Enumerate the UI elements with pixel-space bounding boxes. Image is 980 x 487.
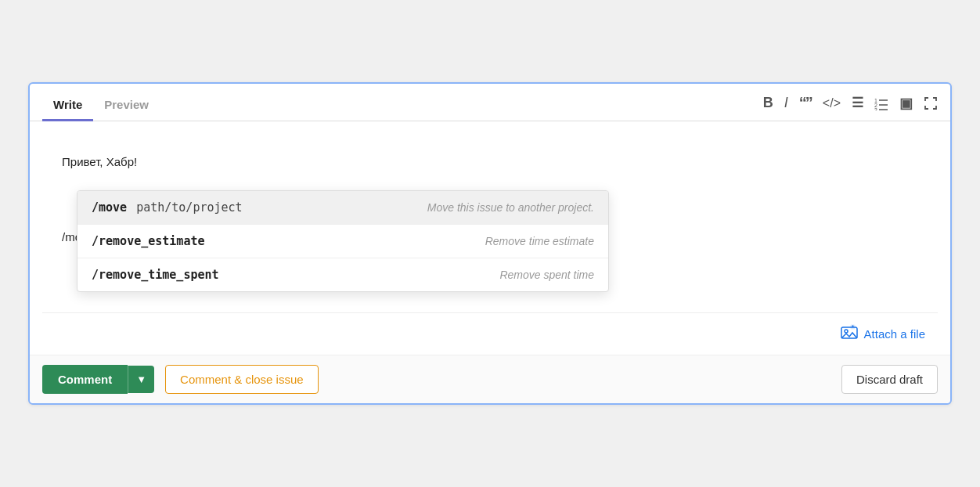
bottom-row: Comment ▼ Comment & close issue Discard …: [30, 355, 950, 403]
tab-preview[interactable]: Preview: [93, 92, 160, 121]
autocomplete-desc-remove-time-spent: Remove spent time: [499, 269, 594, 281]
autocomplete-command-remove-estimate: /remove_estimate: [92, 234, 205, 248]
dropdown-arrow-icon: ▼: [136, 373, 146, 385]
task-list-icon[interactable]: ▣: [899, 95, 913, 112]
attach-file-icon: [841, 324, 858, 344]
autocomplete-dropdown: /move path/to/project Move this issue to…: [77, 190, 609, 292]
comment-dropdown-button[interactable]: ▼: [128, 366, 154, 393]
ordered-list-icon[interactable]: 1 2 3: [874, 96, 888, 110]
quote-icon[interactable]: “”: [799, 94, 812, 112]
autocomplete-desc-move: Move this issue to another project.: [427, 201, 594, 214]
toolbar-icons: B I “” </> ☰ 1 2 3 ▣: [763, 94, 938, 118]
italic-icon[interactable]: I: [784, 95, 788, 111]
autocomplete-command-remove-time-spent: /remove_time_spent: [92, 268, 219, 282]
autocomplete-item-remove-estimate[interactable]: /remove_estimate Remove time estimate: [77, 225, 608, 258]
bold-icon[interactable]: B: [763, 95, 773, 111]
autocomplete-args-move: path/to/project: [136, 200, 242, 215]
tab-write[interactable]: Write: [42, 92, 93, 121]
autocomplete-item-move[interactable]: /move path/to/project Move this issue to…: [77, 191, 608, 224]
attach-area: Attach a file: [42, 312, 938, 355]
bottom-left: Comment ▼ Comment & close issue: [42, 365, 319, 394]
code-icon[interactable]: </>: [823, 96, 841, 110]
attach-file-button[interactable]: Attach a file: [841, 324, 925, 344]
tabs-toolbar-row: Write Preview B I “” </> ☰ 1 2 3 ▣: [30, 84, 950, 121]
tabs-left: Write Preview: [42, 92, 160, 121]
editor-area[interactable]: Привет, Хабр! /move /move path/to/projec…: [30, 121, 950, 355]
autocomplete-desc-remove-estimate: Remove time estimate: [485, 235, 594, 247]
editor-panel: Write Preview B I “” </> ☰ 1 2 3 ▣: [28, 82, 952, 405]
unordered-list-icon[interactable]: ☰: [852, 95, 863, 111]
discard-draft-button[interactable]: Discard draft: [841, 365, 938, 394]
autocomplete-item-remove-time-spent[interactable]: /remove_time_spent Remove spent time: [77, 258, 608, 291]
fullscreen-icon[interactable]: [924, 96, 938, 110]
comment-close-button[interactable]: Comment & close issue: [165, 365, 319, 394]
svg-text:3: 3: [874, 107, 877, 110]
autocomplete-command-move: /move: [92, 200, 127, 215]
comment-button[interactable]: Comment: [42, 365, 128, 394]
attach-file-label: Attach a file: [864, 327, 925, 341]
svg-point-7: [845, 330, 848, 333]
